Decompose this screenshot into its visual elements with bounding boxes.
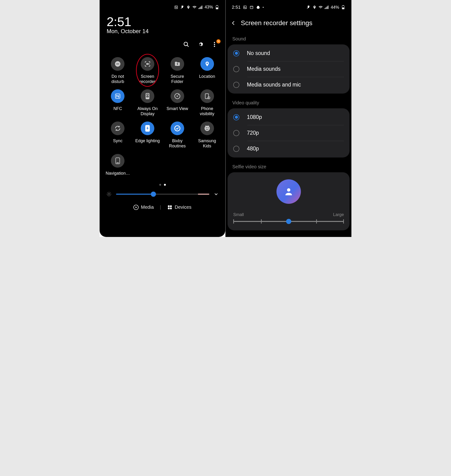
svg-marker-17 [149, 63, 149, 65]
svg-line-48 [110, 192, 111, 193]
calendar-notif-icon [250, 5, 254, 9]
radio-option[interactable]: Media sounds [228, 61, 350, 77]
tile-label: NFC [113, 106, 122, 111]
brightness-icon [106, 191, 112, 197]
clock-area: 2:51 Mon, October 14 [100, 12, 225, 35]
battery-percent: 43% [205, 5, 213, 10]
settings-button[interactable] [197, 41, 204, 48]
svg-point-26 [178, 94, 179, 95]
svg-rect-16 [146, 63, 148, 65]
more-button[interactable]: N [211, 41, 218, 48]
svg-point-34 [206, 127, 207, 128]
svg-point-38 [118, 162, 118, 163]
tile-label: Phone visibility [194, 106, 220, 116]
tile-navigation[interactable]: Navigation… [103, 154, 133, 176]
svg-rect-7 [217, 5, 218, 6]
tile-label: Secure Folder [164, 74, 190, 84]
svg-line-47 [107, 195, 108, 196]
svg-rect-55 [244, 6, 246, 9]
sync-icon [111, 121, 125, 135]
radio-label: 1080p [247, 114, 262, 120]
brightness-slider[interactable] [116, 194, 209, 195]
devices-button[interactable]: Devices [167, 204, 191, 210]
tile-label: Samsung Kids [194, 139, 220, 149]
svg-point-33 [204, 126, 210, 131]
tile-label: Do not disturb [105, 74, 131, 84]
media-label: Media [141, 204, 154, 210]
svg-rect-52 [170, 205, 172, 207]
radio-option[interactable]: Media sounds and mic [228, 77, 350, 93]
svg-point-39 [118, 162, 119, 163]
svg-rect-67 [342, 7, 344, 9]
tile-bixby-routines[interactable]: Bixby Routines [163, 121, 192, 149]
notif-overflow-dot: • [263, 5, 264, 9]
tile-label: Always On Display [135, 106, 160, 116]
svg-point-13 [214, 46, 215, 47]
tile-location[interactable]: Location [192, 57, 222, 84]
tile-label: Sync [113, 139, 122, 144]
battery-icon [341, 5, 345, 9]
time-display: 2:51 [107, 14, 218, 29]
radio-option[interactable]: 1080p [228, 109, 350, 125]
signal-icon [325, 5, 329, 9]
svg-point-40 [108, 193, 110, 195]
svg-point-11 [214, 42, 215, 43]
svg-rect-18 [177, 64, 178, 65]
radio-option[interactable]: 480p [228, 141, 350, 157]
back-button[interactable] [231, 20, 236, 26]
signal-icon [199, 5, 203, 9]
brightness-expand-button[interactable] [213, 191, 219, 197]
sound-section-label: Sound [226, 36, 351, 44]
location-status-icon [313, 5, 317, 9]
radio-icon [233, 50, 239, 57]
more-badge: N [216, 39, 220, 44]
tile-sync[interactable]: Sync [103, 121, 133, 149]
mute-icon [180, 5, 184, 9]
tile-always-on-display[interactable]: Always On Display [133, 89, 163, 116]
svg-marker-50 [136, 206, 137, 208]
page-indicator[interactable] [100, 178, 225, 189]
svg-rect-62 [326, 7, 326, 9]
selfie-preview-icon [276, 179, 301, 204]
secure-folder-icon [170, 57, 184, 71]
page-dot[interactable] [164, 184, 166, 186]
tile-nfc[interactable]: NFC [103, 89, 133, 116]
quick-settings-panel: 43% 2:51 Mon, October 14 N Do not distur… [100, 0, 225, 237]
svg-rect-64 [328, 6, 328, 9]
tile-phone-visibility[interactable]: Phone visibility [192, 89, 222, 116]
sound-options-card: No soundMedia soundsMedia sounds and mic [228, 44, 350, 94]
screen-recorder-settings: 2:51 • 44% Screen recorder settings Soun… [226, 0, 351, 237]
radio-label: Media sounds and mic [247, 82, 301, 88]
tile-do-not-disturb[interactable]: Do not disturb [103, 57, 133, 84]
svg-rect-61 [325, 8, 325, 9]
svg-line-10 [187, 45, 189, 47]
tile-secure-folder[interactable]: Secure Folder [163, 57, 192, 84]
selfie-size-slider[interactable] [233, 221, 344, 222]
radio-icon [233, 82, 239, 88]
tile-edge-lighting[interactable]: Edge lighting [133, 121, 163, 149]
tile-smart-view[interactable]: Smart View [163, 89, 192, 116]
tile-label: Navigation… [106, 171, 130, 176]
wifi-icon [192, 5, 197, 9]
radio-label: Media sounds [247, 66, 281, 72]
edge-lighting-icon [141, 121, 154, 135]
tile-label: Location [199, 74, 215, 79]
location-icon [200, 57, 214, 71]
radio-label: 720p [247, 130, 259, 136]
tile-samsung-kids[interactable]: Samsung Kids [192, 121, 222, 149]
svg-point-68 [287, 188, 290, 191]
tile-screen-recorder[interactable]: Screen recorder [133, 57, 163, 84]
tile-label: Bixby Routines [164, 139, 190, 149]
radio-option[interactable]: No sound [228, 45, 350, 61]
quality-section-label: Video quality [226, 100, 351, 108]
radio-option[interactable]: 720p [228, 125, 350, 141]
media-button[interactable]: Media [133, 204, 154, 210]
always-on-display-icon [141, 89, 154, 103]
battery-icon [215, 5, 219, 9]
search-button[interactable] [182, 41, 190, 48]
navigation-icon [111, 154, 125, 168]
svg-marker-59 [257, 6, 260, 9]
svg-rect-51 [168, 205, 169, 207]
page-dot[interactable] [159, 184, 161, 186]
radio-icon [233, 66, 239, 72]
